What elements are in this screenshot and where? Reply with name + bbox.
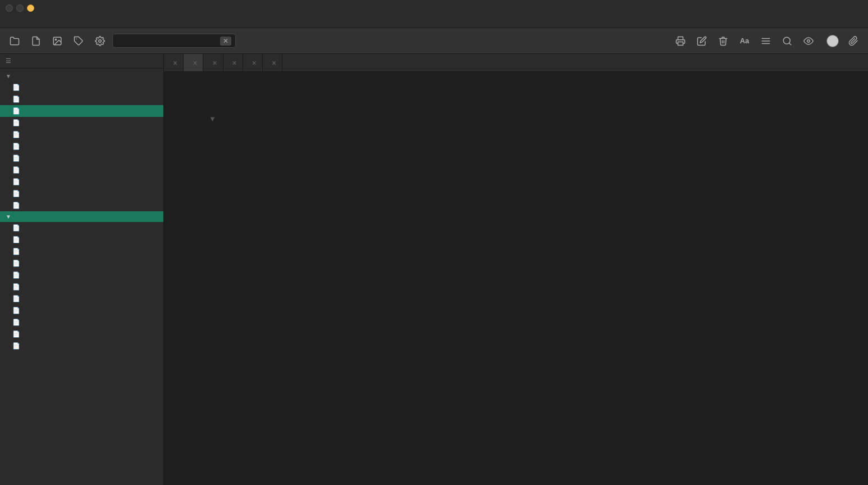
file-icon: 📄 bbox=[12, 131, 20, 138]
search-toggle-button[interactable] bbox=[778, 32, 796, 50]
sidebar-item-books[interactable]: 📄 bbox=[0, 200, 163, 211]
sidebar-item-50[interactable]: 📄 bbox=[0, 269, 163, 281]
sidebar-item-notes-md[interactable]: 📄 bbox=[0, 81, 163, 93]
file-icon: 📄 bbox=[12, 271, 20, 279]
file-icon: 📄 bbox=[12, 178, 20, 185]
tags-button[interactable] bbox=[70, 32, 88, 50]
file-icon: 📄 bbox=[12, 260, 20, 267]
file-icon: 📄 bbox=[12, 283, 20, 291]
edit-button[interactable] bbox=[693, 32, 711, 50]
file-icon: 📄 bbox=[12, 155, 20, 162]
align-button[interactable] bbox=[757, 32, 775, 50]
settings-button[interactable] bbox=[91, 32, 109, 50]
chevron-down-icon: ▼ bbox=[6, 214, 11, 220]
sidebar-item-dflip[interactable]: 📄 bbox=[0, 176, 163, 188]
sidebar-item-54[interactable]: 📄 bbox=[0, 222, 163, 234]
editor-content[interactable]: ▼ bbox=[164, 72, 868, 485]
tab-close-cloud[interactable]: × bbox=[252, 59, 257, 67]
sidebar-item-cloud-md[interactable]: 📄 bbox=[0, 93, 163, 105]
sidebar-section-show-notes[interactable]: ▼ bbox=[0, 211, 163, 222]
sidebar: ☰ ▼ 📄 📄 📄 📄 bbox=[0, 54, 164, 485]
delete-button[interactable] bbox=[714, 32, 732, 50]
svg-point-1 bbox=[55, 39, 56, 40]
tab-optimize-pdf[interactable]: × bbox=[203, 54, 223, 72]
editor-wrap: × × × × × × bbox=[164, 54, 868, 485]
menubar bbox=[0, 16, 868, 28]
chevron-down-icon: ▼ bbox=[6, 73, 11, 79]
tab-54[interactable]: × bbox=[263, 54, 282, 72]
file-icon: 📄 bbox=[12, 224, 20, 232]
tab-pacman-unstuck[interactable]: × bbox=[164, 54, 184, 72]
tabs-bar: × × × × × × bbox=[164, 54, 868, 72]
tab-cloud[interactable]: × bbox=[243, 54, 263, 72]
print-button[interactable] bbox=[671, 32, 689, 50]
file-icon: 📄 bbox=[12, 319, 20, 326]
file-icon: 📄 bbox=[12, 107, 20, 115]
tab-restart-bluetooth[interactable]: × bbox=[223, 54, 243, 72]
sidebar-item-48[interactable]: 📄 bbox=[0, 293, 163, 305]
main-layout: ☰ ▼ 📄 📄 📄 📄 bbox=[0, 54, 868, 485]
search-clear-button[interactable]: ✕ bbox=[220, 37, 231, 46]
sidebar-item-53[interactable]: 📄 bbox=[0, 234, 163, 246]
file-icon: 📄 bbox=[12, 143, 20, 150]
sidebar-header: ☰ bbox=[0, 54, 163, 69]
directories-icon: ☰ bbox=[6, 57, 11, 65]
sidebar-item-52[interactable]: 📄 bbox=[0, 246, 163, 257]
svg-point-3 bbox=[99, 39, 102, 42]
sidebar-section-notes[interactable]: ▼ bbox=[0, 71, 163, 81]
tab-close-tromjaro[interactable]: × bbox=[193, 59, 197, 67]
sidebar-item-47[interactable]: 📄 bbox=[0, 305, 163, 316]
svg-line-9 bbox=[789, 43, 791, 44]
format-button[interactable]: Aa bbox=[735, 32, 753, 50]
toolbar: ✕ Aa bbox=[0, 28, 868, 54]
collapse-arrow-icon[interactable]: ▼ bbox=[209, 115, 216, 123]
attachment-button[interactable] bbox=[844, 32, 862, 50]
clean-section-heading: ▼ bbox=[209, 111, 823, 123]
sidebar-item-49[interactable]: 📄 bbox=[0, 281, 163, 293]
sidebar-list: ▼ 📄 📄 📄 📄 📄 bbox=[0, 69, 163, 485]
new-file-button[interactable] bbox=[27, 32, 45, 50]
sidebar-item-money[interactable]: 📄 bbox=[0, 152, 163, 164]
file-icon: 📄 bbox=[12, 307, 20, 314]
search-input[interactable] bbox=[112, 34, 236, 48]
file-icon: 📄 bbox=[12, 166, 20, 174]
close-button[interactable] bbox=[6, 4, 13, 12]
open-dir-button[interactable] bbox=[6, 32, 24, 50]
search-container: ✕ bbox=[112, 34, 231, 48]
sidebar-item-46[interactable]: 📄 bbox=[0, 316, 163, 328]
file-icon: 📄 bbox=[12, 342, 20, 350]
tab-tromjaro[interactable]: × bbox=[184, 54, 203, 72]
color-swatch[interactable] bbox=[826, 35, 839, 47]
sidebar-item-optimize-pdf[interactable]: 📄 bbox=[0, 117, 163, 129]
sidebar-item-movies[interactable]: 📄 bbox=[0, 164, 163, 176]
file-icon: 📄 bbox=[12, 190, 20, 197]
insert-image-button[interactable] bbox=[48, 32, 66, 50]
tab-close-pacman[interactable]: × bbox=[173, 59, 177, 67]
file-icon: 📄 bbox=[12, 295, 20, 302]
sidebar-item-tromjaro-md[interactable]: 📄 bbox=[0, 105, 163, 117]
svg-rect-4 bbox=[678, 42, 683, 45]
preview-button[interactable] bbox=[800, 32, 817, 50]
sidebar-item-51[interactable]: 📄 bbox=[0, 257, 163, 269]
sidebar-item-restart-bluetooth[interactable]: 📄 bbox=[0, 140, 163, 152]
tab-close-54[interactable]: × bbox=[272, 59, 276, 67]
file-icon: 📄 bbox=[12, 202, 20, 209]
file-icon: 📄 bbox=[12, 236, 20, 243]
tab-close-optimize[interactable]: × bbox=[212, 59, 217, 67]
sidebar-item-companies[interactable]: 📄 bbox=[0, 188, 163, 200]
file-icon: 📄 bbox=[12, 84, 20, 91]
sidebar-item-pacman-unstuck[interactable]: 📄 bbox=[0, 129, 163, 140]
file-icon: 📄 bbox=[12, 248, 20, 255]
traffic-lights bbox=[6, 4, 34, 12]
file-icon: 📄 bbox=[12, 330, 20, 338]
file-icon: 📄 bbox=[12, 119, 20, 126]
sidebar-item-44[interactable]: 📄 bbox=[0, 340, 163, 352]
svg-point-10 bbox=[807, 39, 810, 42]
maximize-button[interactable] bbox=[27, 4, 34, 12]
tab-close-bluetooth[interactable]: × bbox=[232, 59, 237, 67]
sidebar-item-45[interactable]: 📄 bbox=[0, 328, 163, 340]
titlebar bbox=[0, 0, 868, 16]
minimize-button[interactable] bbox=[16, 4, 24, 12]
file-icon: 📄 bbox=[12, 96, 20, 103]
